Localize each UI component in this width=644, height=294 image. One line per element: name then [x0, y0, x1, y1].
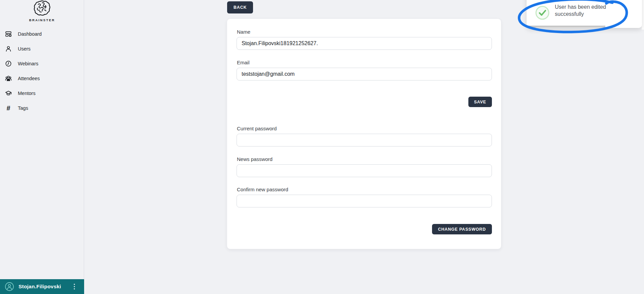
sidebar-item-attendees[interactable]: Attendees: [0, 71, 83, 86]
sidebar-nav: Dashboard Users Webinars: [0, 27, 83, 116]
sidebar-item-label: Dashboard: [18, 31, 42, 37]
current-password-input[interactable]: [237, 134, 492, 146]
name-label: Name: [237, 29, 492, 34]
email-label: Email: [237, 60, 492, 65]
brand-logo: BRAINSTER: [0, 0, 84, 22]
save-button[interactable]: SAVE: [468, 97, 492, 107]
person-circle-icon: [5, 282, 14, 291]
clock-icon: [5, 60, 12, 67]
sidebar-user-bar[interactable]: Stojan.Filipovski: [0, 279, 84, 294]
new-password-input[interactable]: [237, 164, 492, 177]
change-password-button[interactable]: CHANGE PASSWORD: [432, 224, 492, 234]
success-check-icon: [535, 6, 549, 20]
sidebar-item-label: Webinars: [18, 61, 38, 66]
sidebar-item-label: Tags: [18, 105, 28, 111]
current-user-name: Stojan.Filipovski: [19, 284, 61, 290]
confirm-password-label: Confirm new password: [237, 187, 492, 192]
sidebar-item-webinars[interactable]: Webinars: [0, 56, 83, 71]
graduation-cap-icon: [5, 90, 12, 97]
dashboard-icon: [5, 31, 12, 37]
user-icon: [5, 45, 12, 52]
sidebar-item-label: Users: [18, 46, 31, 52]
back-button[interactable]: BACK: [227, 1, 253, 13]
sidebar: BRAINSTER Dashboard: [0, 0, 84, 294]
sidebar-item-users[interactable]: Users: [0, 41, 83, 56]
app-window: BRAINSTER Dashboard: [0, 0, 644, 294]
brand-name: BRAINSTER: [0, 18, 84, 22]
brainster-brain-logo: [33, 0, 51, 16]
confirm-password-input[interactable]: [237, 195, 492, 207]
sidebar-item-label: Mentors: [18, 91, 35, 96]
sidebar-item-tags[interactable]: Tags: [0, 101, 83, 116]
attendees-icon: [5, 75, 12, 82]
name-input[interactable]: [237, 37, 492, 50]
sidebar-item-mentors[interactable]: Mentors: [0, 86, 83, 101]
current-password-label: Current password: [237, 126, 492, 131]
kebab-menu-icon[interactable]: [73, 283, 75, 290]
scrollbar-track[interactable]: [642, 0, 644, 30]
toast-progress-bar: [527, 26, 605, 28]
sidebar-item-dashboard[interactable]: Dashboard: [0, 27, 83, 41]
user-edit-card: Name Email SAVE Current password News pa…: [227, 19, 501, 249]
toast-message: User has been edited successfully: [555, 4, 627, 18]
success-toast: User has been edited successfully: [527, 0, 642, 28]
new-password-label: News password: [237, 157, 492, 162]
email-input[interactable]: [237, 68, 492, 80]
sidebar-item-label: Attendees: [18, 76, 40, 81]
hash-icon: [5, 105, 12, 111]
